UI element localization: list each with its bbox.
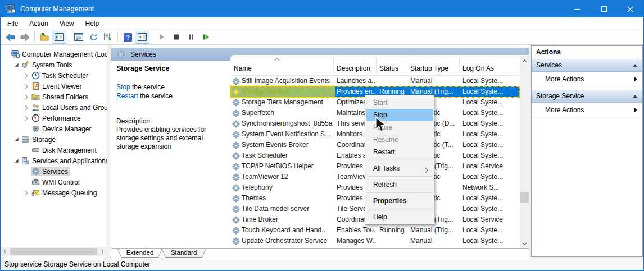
message-queuing-icon [31, 189, 40, 197]
chevron-right-icon[interactable] [23, 94, 30, 100]
menu-file[interactable]: File [2, 18, 24, 29]
column-separator[interactable] [459, 57, 460, 74]
sidebar-item-label: WMI Control [42, 178, 80, 186]
sidebar-item-event-viewer[interactable]: Event Viewer [1, 81, 107, 91]
chevron-down-icon[interactable] [13, 158, 20, 164]
restart-service-link[interactable]: Restart [116, 92, 138, 100]
show-action-pane-button[interactable] [135, 31, 149, 44]
sidebar-item-computer-management-local[interactable]: Computer Management (Local) [1, 49, 107, 59]
sidebar-item-shared-folders[interactable]: Shared Folders [1, 91, 107, 102]
menu-action[interactable]: Action [24, 18, 53, 29]
minimize-button[interactable] [564, 1, 591, 17]
menu-view[interactable]: View [54, 18, 80, 29]
back-button[interactable] [3, 31, 17, 44]
sidebar-item-disk-management[interactable]: Disk Management [1, 145, 107, 155]
more-actions-item[interactable]: More Actions [532, 72, 642, 87]
help-button[interactable]: ? [120, 31, 135, 44]
chevron-down-icon[interactable] [13, 136, 20, 143]
refresh-button[interactable] [86, 31, 101, 44]
start-service-button[interactable] [155, 31, 169, 44]
context-menu-stop[interactable]: Stop [366, 109, 433, 121]
sidebar-item-label: Performance [42, 114, 81, 122]
console-tree-pane: Computer Management (Local)System ToolsT… [1, 45, 107, 258]
service-row-update-orchestrator-service[interactable]: Update Orchestrator ServiceManages W...M… [230, 236, 520, 246]
help-icon: ? [124, 33, 132, 42]
sidebar-item-services-and-applications[interactable]: Services and Applications [1, 155, 107, 166]
up-level-button[interactable] [37, 31, 52, 44]
context-menu-restart[interactable]: Restart [366, 146, 433, 158]
actions-section-label: Services [536, 61, 562, 69]
collapse-section-icon[interactable] [633, 64, 637, 67]
service-name: System Events Broker [230, 140, 333, 150]
service-logon-as: Local Syste... [459, 76, 515, 86]
chevron-right-icon[interactable] [23, 83, 30, 90]
column-header-log-on-as[interactable]: Log On As [459, 65, 494, 72]
context-menu-properties[interactable]: Properties [366, 195, 433, 207]
sidebar-item-task-scheduler[interactable]: Task Scheduler [1, 70, 107, 81]
sidebar-item-services[interactable]: Services [1, 166, 107, 177]
restart-icon [202, 34, 210, 40]
action-item-label: More Actions [545, 75, 584, 83]
list-vertical-scrollbar[interactable] [520, 56, 529, 249]
chevron-right-icon[interactable] [23, 115, 30, 122]
maximize-button[interactable] [591, 1, 617, 17]
service-row-still-image-acquisition-events[interactable]: Still Image Acquisition EventsLaunches a… [230, 76, 520, 86]
sidebar-item-wmi-control[interactable]: WMI Control [1, 177, 107, 187]
window-title: Computer Management [20, 5, 94, 13]
title-bar: Computer Management [1, 1, 643, 17]
scroll-right-arrow-icon[interactable]: 〉 [98, 247, 107, 256]
scroll-down-arrow-icon[interactable] [520, 239, 529, 249]
column-separator[interactable] [407, 57, 407, 74]
service-name: Telephony [230, 182, 333, 193]
forward-button[interactable] [17, 31, 32, 44]
context-menu-refresh[interactable]: Refresh [366, 178, 433, 191]
pause-service-button[interactable] [184, 31, 198, 44]
scroll-thumb[interactable] [520, 192, 529, 203]
tree-horizontal-scrollbar[interactable]: 〈 〉 [1, 247, 107, 256]
column-header-description[interactable]: Description [333, 65, 370, 72]
context-menu-help[interactable]: Help [366, 211, 433, 223]
context-menu-all-tasks[interactable]: All Tasks [366, 162, 433, 174]
chevron-down-icon[interactable] [13, 62, 20, 68]
sidebar-item-message-queuing[interactable]: Message Queuing [1, 187, 107, 198]
column-header-status[interactable]: Status [376, 65, 398, 72]
sidebar-item-performance[interactable]: Performance [1, 113, 107, 123]
show-console-tree-button[interactable] [52, 31, 66, 44]
properties-button[interactable] [71, 31, 86, 44]
stop-service-button[interactable] [169, 31, 184, 44]
actions-section-services[interactable]: Services [532, 58, 642, 72]
scroll-thumb[interactable] [10, 248, 97, 255]
restart-service-button[interactable] [198, 31, 213, 44]
chevron-right-icon[interactable] [23, 190, 30, 196]
chevron-right-icon[interactable] [23, 104, 30, 111]
action-item-label: More Actions [545, 106, 584, 114]
expander-spacer [23, 147, 30, 154]
stop-service-link[interactable]: Stop [116, 83, 130, 91]
tab-extended[interactable]: Extended [117, 249, 162, 258]
sidebar-item-local-users-and-groups[interactable]: Local Users and Groups [1, 102, 107, 113]
menu-help[interactable]: Help [80, 18, 105, 29]
sidebar-item-device-manager[interactable]: Device Manager [1, 123, 107, 134]
services-apps-icon [21, 157, 30, 165]
close-button[interactable] [617, 1, 643, 17]
sidebar-item-label: Services [42, 168, 68, 176]
sidebar-item-storage[interactable]: Storage [1, 134, 107, 145]
column-separator[interactable] [376, 57, 377, 74]
column-header-name[interactable]: Name [230, 65, 252, 72]
collapse-section-icon[interactable] [633, 95, 637, 98]
scroll-left-arrow-icon[interactable]: 〈 [1, 247, 10, 256]
scroll-up-arrow-icon[interactable] [520, 56, 529, 66]
service-row-touch-keyboard-and-hand[interactable]: Touch Keyboard and Hand...Enables Tou...… [230, 225, 520, 236]
service-name: Time Broker [230, 214, 333, 225]
column-separator[interactable] [333, 57, 334, 74]
column-header-startup-type[interactable]: Startup Type [407, 65, 448, 72]
tab-standard[interactable]: Standard [161, 249, 206, 258]
more-actions-item[interactable]: More Actions [532, 103, 642, 118]
export-list-button[interactable] [101, 31, 115, 44]
service-name: Update Orchestrator Service [230, 236, 333, 246]
chevron-right-icon[interactable] [23, 72, 30, 79]
sidebar-item-system-tools[interactable]: System Tools [1, 59, 107, 70]
service-logon-as: Local Service [459, 214, 515, 225]
folder-up-icon [40, 33, 49, 42]
actions-section-storage-service[interactable]: Storage Service [532, 89, 642, 103]
